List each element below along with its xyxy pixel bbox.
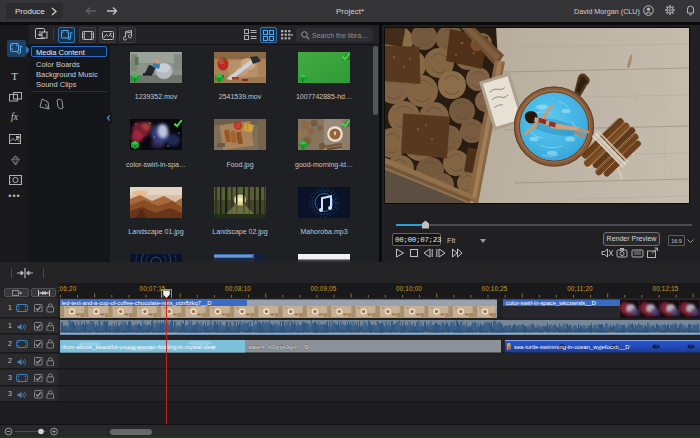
svg-text:sea-turtle-swimming-in-ocean_w: sea-turtle-swimming-in-ocean_wyjefocxb__… (514, 344, 629, 350)
svg-text:color-swirl-in-space_wkcxwrsls: color-swirl-in-space_wkcxwrsls__D (506, 300, 596, 306)
svg-text:-waters_b0gnje0gnn__D: -waters_b0gnje0gnn__D (246, 344, 309, 350)
svg-text:-from-above_beautiful-young-wo: -from-above_beautiful-young-woman-floati… (61, 344, 216, 350)
svg-text:led-text-and-a-cup-of-coffee-c: led-text-and-a-cup-of-coffee-chocolate-n… (62, 300, 212, 306)
